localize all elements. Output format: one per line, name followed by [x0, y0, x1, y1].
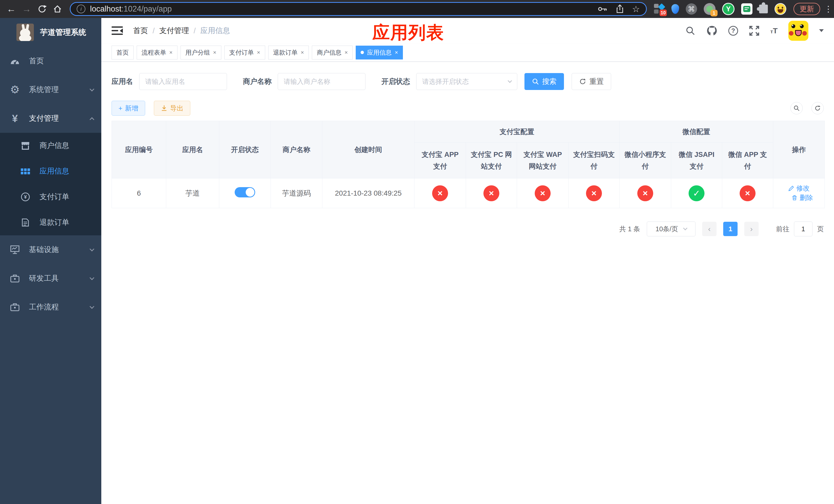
bookmark-star-icon[interactable]: ☆	[632, 4, 640, 14]
sidebar-item-dev-tools[interactable]: 研发工具	[0, 264, 101, 293]
briefcase-icon	[9, 303, 21, 312]
table-row: 6 芋道 芋道源码 2021-10-23 08:49:25 × × × × × …	[112, 178, 825, 208]
sidebar-collapse-icon[interactable]	[112, 26, 123, 36]
add-button-label: 新增	[125, 104, 138, 113]
extension-chat-icon[interactable]	[741, 3, 752, 15]
browser-reload-button[interactable]	[36, 2, 49, 16]
sidebar-item-label: 应用信息	[40, 166, 69, 176]
app-logo[interactable]: 芋道管理系统	[0, 18, 101, 47]
monitor-chart-icon	[9, 245, 21, 254]
browser-forward-button[interactable]: →	[20, 2, 33, 16]
password-key-icon[interactable]	[597, 4, 608, 14]
sidebar-item-label: 基础设施	[29, 245, 90, 255]
status-label: 开启状态	[381, 77, 410, 86]
close-icon[interactable]: ×	[301, 49, 304, 56]
page-1-button[interactable]: 1	[723, 222, 738, 236]
site-info-icon[interactable]: i	[77, 5, 85, 13]
app-name-input[interactable]	[139, 73, 227, 90]
sidebar-item-workflow[interactable]: 工作流程	[0, 293, 101, 321]
user-avatar[interactable]	[788, 21, 808, 41]
main-area: 首页 / 支付管理 / 应用信息 ? тT	[101, 18, 834, 504]
refresh-table-button[interactable]	[811, 102, 824, 114]
sidebar-item-merchant-info[interactable]: 商户信息	[0, 133, 101, 158]
reset-button[interactable]: 重置	[572, 73, 611, 90]
tab-merchant-info[interactable]: 商户信息×	[312, 46, 353, 60]
close-icon[interactable]: ×	[395, 49, 398, 56]
tab-app-info[interactable]: 应用信息×	[356, 46, 403, 60]
extension-command-icon[interactable]: ⌘	[686, 3, 697, 15]
breadcrumb-home[interactable]: 首页	[133, 26, 148, 36]
close-icon[interactable]: ×	[169, 49, 173, 56]
chrome-update-button[interactable]: 更新	[793, 3, 820, 15]
close-icon[interactable]: ×	[213, 49, 216, 56]
sidebar-item-app-info[interactable]: 应用信息	[0, 158, 101, 184]
share-icon[interactable]	[615, 4, 624, 14]
sidebar-item-system[interactable]: ⚙ 系统管理	[0, 75, 101, 104]
delete-link[interactable]: 删除	[791, 193, 813, 202]
chevron-down-icon	[89, 275, 94, 280]
breadcrumb-payment[interactable]: 支付管理	[159, 26, 189, 36]
breadcrumb: 首页 / 支付管理 / 应用信息	[133, 26, 230, 36]
export-button[interactable]: 导出	[154, 101, 190, 116]
prev-page-button[interactable]: ‹	[702, 222, 717, 236]
extension-badge-10-icon[interactable]: 10	[654, 3, 665, 15]
edit-link[interactable]: 修改	[788, 184, 810, 193]
chrome-menu-icon[interactable]: ⋮	[824, 4, 832, 14]
github-icon[interactable]	[706, 25, 718, 37]
url-path: :1024/pay/app	[121, 4, 172, 13]
col-header-app-id: 应用编号	[112, 121, 166, 178]
goto-page-input[interactable]	[794, 222, 812, 236]
active-dot-icon	[360, 51, 364, 54]
page-size-select[interactable]: 10条/页	[647, 222, 696, 236]
cell-merchant: 芋道源码	[271, 178, 322, 208]
tab-refund-orders[interactable]: 退款订单×	[268, 46, 309, 60]
tab-process-form[interactable]: 流程表单×	[137, 46, 177, 60]
tab-label: 首页	[116, 48, 129, 56]
col-header-alipay-wap: 支付宝 WAP 网站支付	[517, 142, 569, 178]
merchant-name-input[interactable]	[278, 73, 366, 90]
close-icon[interactable]: ×	[345, 49, 348, 56]
enable-toggle[interactable]	[235, 187, 255, 198]
chevron-down-icon	[89, 87, 94, 91]
sidebar-item-infrastructure[interactable]: 基础设施	[0, 235, 101, 264]
tab-pay-orders[interactable]: 支付订单×	[224, 46, 265, 60]
search-button-label: 搜索	[542, 77, 556, 86]
sidebar-item-refund-orders[interactable]: 退款订单	[0, 210, 101, 235]
status-select[interactable]: 请选择开启状态	[416, 73, 517, 90]
goto-group: 前往 页	[776, 222, 824, 236]
extension-recorder-icon[interactable]: 1	[704, 3, 716, 15]
avatar-dropdown-caret-icon[interactable]	[819, 29, 824, 35]
address-bar[interactable]: i localhost:1024/pay/app ☆	[70, 2, 647, 16]
refresh-icon	[814, 105, 821, 112]
extension-kite-icon[interactable]	[672, 4, 679, 14]
tab-home[interactable]: 首页	[112, 46, 134, 60]
fullscreen-icon[interactable]	[749, 25, 760, 36]
dashboard-icon	[9, 56, 21, 66]
tab-user-group[interactable]: 用户分组×	[180, 46, 221, 60]
header-search-icon[interactable]	[685, 26, 696, 36]
extension-y-icon[interactable]: Y	[722, 3, 734, 15]
status-badge: ×	[483, 185, 499, 201]
font-size-icon[interactable]: тT	[770, 26, 777, 35]
sidebar-item-label: 商户信息	[40, 140, 69, 151]
cell-actions: 修改 删除	[773, 178, 825, 208]
sidebar-item-payment[interactable]: ¥ 支付管理	[0, 104, 101, 133]
toggle-search-button[interactable]	[790, 102, 803, 114]
edit-link-label: 修改	[796, 184, 810, 193]
search-button[interactable]: 搜索	[524, 73, 564, 90]
browser-back-button[interactable]: ←	[5, 2, 18, 16]
sidebar-item-home[interactable]: 首页	[0, 47, 101, 75]
tab-label: 用户分组	[185, 48, 210, 56]
sidebar-item-pay-orders[interactable]: ¥ 支付订单	[0, 184, 101, 210]
col-header-status: 开启状态	[219, 121, 271, 178]
cell-created: 2021-10-23 08:49:25	[322, 178, 414, 208]
close-icon[interactable]: ×	[257, 49, 260, 56]
profile-emoji-avatar[interactable]	[774, 3, 786, 15]
add-button[interactable]: + 新增	[112, 101, 145, 116]
help-icon[interactable]: ?	[728, 26, 738, 36]
filter-form: 应用名 商户名称 开启状态 请选择开启状态 搜索 重置	[112, 73, 824, 90]
extension-badge-10-count: 10	[660, 9, 667, 16]
extensions-puzzle-icon[interactable]	[759, 5, 768, 13]
browser-home-button[interactable]	[51, 2, 64, 16]
next-page-button[interactable]: ›	[744, 222, 759, 236]
